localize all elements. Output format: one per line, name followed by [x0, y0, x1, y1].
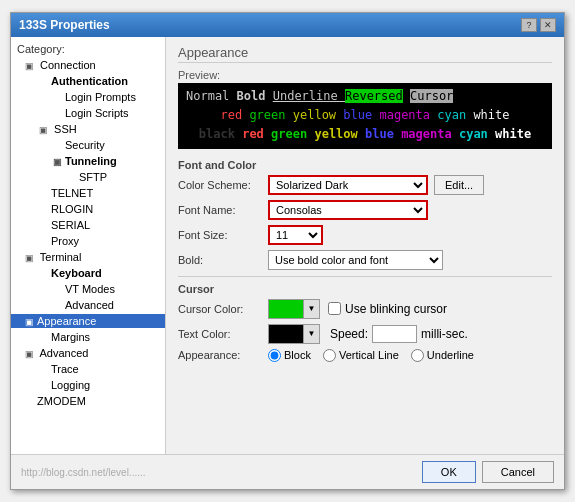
preview-box: Normal Bold Underline Reversed Cursor re…	[178, 83, 552, 149]
preview-cyan1: cyan	[437, 108, 473, 122]
category-label: Category:	[11, 41, 165, 57]
text-color-label: Text Color:	[178, 328, 268, 340]
cancel-button[interactable]: Cancel	[482, 461, 554, 483]
section-title: Appearance	[178, 45, 552, 63]
radio-vertical-label: Vertical Line	[323, 349, 399, 362]
preview-red2: red	[242, 127, 271, 141]
radio-underline[interactable]	[411, 349, 424, 362]
radio-underline-text: Underline	[427, 349, 474, 361]
sidebar-item-margins[interactable]: Margins	[11, 329, 165, 345]
font-color-group-title: Font and Color	[178, 159, 552, 171]
sidebar-item-authentication[interactable]: Authentication	[11, 73, 165, 89]
titlebar: 133S Properties ? ✕	[11, 13, 564, 37]
preview-normal: Normal	[186, 89, 237, 103]
speed-label: Speed:	[330, 327, 368, 341]
sidebar-item-proxy[interactable]: Proxy	[11, 233, 165, 249]
preview-bold: Bold	[237, 89, 273, 103]
font-size-label: Font Size:	[178, 229, 268, 241]
radio-underline-label: Underline	[411, 349, 474, 362]
bold-select[interactable]: Use bold color and font Use bold font Us…	[268, 250, 443, 270]
close-button[interactable]: ✕	[540, 18, 556, 32]
radio-block[interactable]	[268, 349, 281, 362]
ok-button[interactable]: OK	[422, 461, 476, 483]
radio-vertical-line[interactable]	[323, 349, 336, 362]
use-blinking-label: Use blinking cursor	[345, 302, 447, 316]
font-size-select[interactable]: 11 12 14	[268, 225, 323, 245]
sidebar-item-security[interactable]: Security	[11, 137, 165, 153]
radio-block-label: Block	[268, 349, 311, 362]
sidebar-item-trace[interactable]: Trace	[11, 361, 165, 377]
preview-cursor: Cursor	[410, 89, 453, 103]
sidebar-item-advanced-root[interactable]: ▣ Advanced	[11, 345, 165, 361]
preview-underline: Underline	[273, 89, 345, 103]
sidebar-item-terminal[interactable]: ▣ Terminal	[11, 249, 165, 265]
preview-yellow1: yellow	[293, 108, 344, 122]
sidebar-item-advanced-terminal[interactable]: Advanced	[11, 297, 165, 313]
titlebar-buttons: ? ✕	[521, 18, 556, 32]
sidebar-item-zmodem[interactable]: ZMODEM	[11, 393, 165, 409]
appearance-radio-control: Block Vertical Line Underline	[268, 349, 552, 362]
appearance-radio-group: Block Vertical Line Underline	[268, 349, 474, 362]
color-scheme-control: Solarized Dark Default Edit...	[268, 175, 552, 195]
preview-reversed: Reversed	[345, 89, 403, 103]
sidebar-item-logging[interactable]: Logging	[11, 377, 165, 393]
preview-magenta1: magenta	[379, 108, 437, 122]
sidebar-item-login-scripts[interactable]: Login Scripts	[11, 105, 165, 121]
use-blinking-row: Use blinking cursor	[328, 302, 447, 316]
radio-vertical-text: Vertical Line	[339, 349, 399, 361]
color-scheme-select[interactable]: Solarized Dark Default	[268, 175, 428, 195]
appearance-radio-label: Appearance:	[178, 349, 268, 361]
preview-blue2: blue	[365, 127, 401, 141]
font-name-control: Consolas Courier New	[268, 200, 552, 220]
font-name-row: Font Name: Consolas Courier New	[178, 200, 552, 220]
preview-cyan2: cyan	[459, 127, 495, 141]
sidebar-item-telnet[interactable]: TELNET	[11, 185, 165, 201]
color-scheme-row: Color Scheme: Solarized Dark Default Edi…	[178, 175, 552, 195]
sidebar-item-appearance[interactable]: ▣Appearance	[11, 313, 165, 329]
font-size-control: 11 12 14	[268, 225, 552, 245]
radio-block-text: Block	[284, 349, 311, 361]
sidebar-item-keyboard[interactable]: Keyboard	[11, 265, 165, 281]
preview-red1: red	[220, 108, 249, 122]
bold-control: Use bold color and font Use bold font Us…	[268, 250, 552, 270]
divider1	[178, 276, 552, 277]
window-title: 133S Properties	[19, 18, 110, 32]
help-button[interactable]: ?	[521, 18, 537, 32]
preview-green2: green	[271, 127, 314, 141]
sidebar-item-ssh[interactable]: ▣ SSH	[11, 121, 165, 137]
use-blinking-checkbox[interactable]	[328, 302, 341, 315]
font-name-select[interactable]: Consolas Courier New	[268, 200, 428, 220]
footer: http://blog.csdn.net/level...... OK Canc…	[11, 454, 564, 489]
text-color-button[interactable]	[268, 324, 304, 344]
preview-blue1: blue	[343, 108, 379, 122]
font-size-row: Font Size: 11 12 14	[178, 225, 552, 245]
sidebar-item-serial[interactable]: SERIAL	[11, 217, 165, 233]
edit-button[interactable]: Edit...	[434, 175, 484, 195]
preview-white1: white	[473, 108, 509, 122]
sidebar-item-rlogin[interactable]: RLOGIN	[11, 201, 165, 217]
cursor-color-group: ▼	[268, 299, 320, 319]
sidebar-item-connection[interactable]: ▣ Connection	[11, 57, 165, 73]
bold-row: Bold: Use bold color and font Use bold f…	[178, 250, 552, 270]
cursor-color-control: ▼ Use blinking cursor	[268, 299, 552, 319]
cursor-color-dropdown[interactable]: ▼	[304, 299, 320, 319]
sidebar-item-vt-modes[interactable]: VT Modes	[11, 281, 165, 297]
cursor-color-button[interactable]	[268, 299, 304, 319]
cursor-color-label: Cursor Color:	[178, 303, 268, 315]
preview-label: Preview:	[178, 69, 552, 81]
preview-line2: red green yellow blue magenta cyan white	[186, 106, 544, 125]
main-panel: Appearance Preview: Normal Bold Underlin…	[166, 37, 564, 454]
text-color-row: Text Color: ▼ Speed: milli-sec.	[178, 324, 552, 344]
cursor-group-title: Cursor	[178, 283, 552, 295]
sidebar-item-tunneling[interactable]: ▣Tunneling	[11, 153, 165, 169]
appearance-radio-row: Appearance: Block Vertical Line	[178, 349, 552, 362]
preview-line3: black red green yellow blue magenta cyan…	[186, 125, 544, 144]
sidebar-item-login-prompts[interactable]: Login Prompts	[11, 89, 165, 105]
main-window: 133S Properties ? ✕ Category: ▣ Connecti…	[10, 12, 565, 490]
text-color-dropdown[interactable]: ▼	[304, 324, 320, 344]
content-area: Category: ▣ Connection Authentication Lo…	[11, 37, 564, 454]
sidebar-item-sftp[interactable]: SFTP	[11, 169, 165, 185]
bold-label: Bold:	[178, 254, 268, 266]
milli-sec-label: milli-sec.	[421, 327, 468, 341]
speed-input[interactable]	[372, 325, 417, 343]
